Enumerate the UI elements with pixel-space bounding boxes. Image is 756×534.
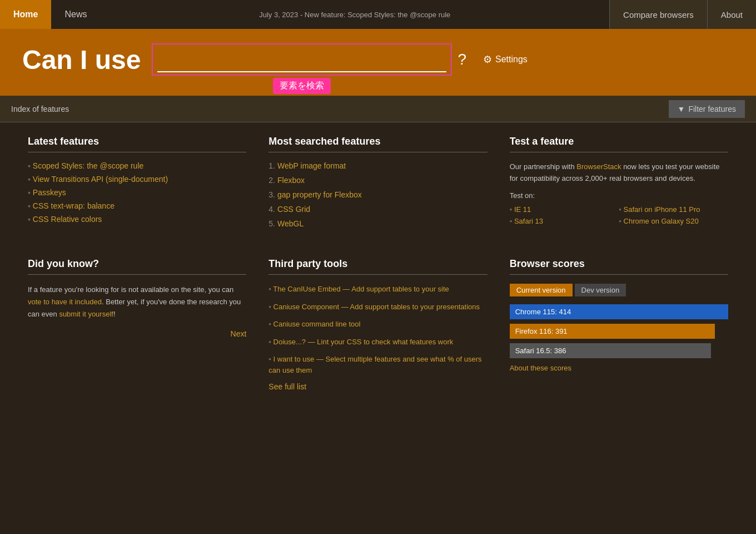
tool-2[interactable]: Caniuse Component — Add support tables t… xyxy=(268,301,487,313)
test-feature-section: Test a feature Our partnership with Brow… xyxy=(499,136,739,245)
index-bar: Index of features ▼ Filter features xyxy=(0,96,756,122)
filter-button[interactable]: ▼ Filter features xyxy=(669,100,745,118)
most-searched-4[interactable]: CSS Grid xyxy=(277,205,310,214)
tab-dev-version[interactable]: Dev version xyxy=(575,284,626,296)
test-safari-iphone[interactable]: Safari on iPhone 11 Pro xyxy=(619,205,728,214)
third-party-title: Third party tools xyxy=(268,258,487,270)
chrome-score-bar: Chrome 115: 414 xyxy=(510,304,728,319)
search-box-wrapper xyxy=(152,43,452,76)
browserstack-link[interactable]: BrowserStack xyxy=(576,162,621,171)
nav-right: Compare browsers About xyxy=(609,0,756,29)
navbar: Home News July 3, 2023 - New feature: Sc… xyxy=(0,0,756,29)
test-feature-desc: Our partnership with BrowserStack now le… xyxy=(510,161,728,185)
firefox-score-bar: Firefox 116: 391 xyxy=(510,324,715,339)
nav-home[interactable]: Home xyxy=(0,0,51,29)
score-tabs: Current version Dev version xyxy=(510,284,728,296)
list-item: 3.gap property for Flexbox xyxy=(268,190,487,199)
most-searched-3[interactable]: gap property for Flexbox xyxy=(277,190,362,199)
score-bar-chrome: Chrome 115: 414 xyxy=(510,304,728,319)
test-ie11[interactable]: IE 11 xyxy=(510,205,619,214)
next-button[interactable]: Next xyxy=(28,329,246,338)
most-searched-list: 1.WebP image format 2.Flexbox 3.gap prop… xyxy=(268,161,487,228)
list-item: 1.WebP image format xyxy=(268,161,487,170)
main-row2: Did you know? If a feature you're lookin… xyxy=(0,258,756,419)
score-bar-firefox: Firefox 116: 391 xyxy=(510,324,728,339)
test-links: IE 11 Safari on iPhone 11 Pro Safari 13 … xyxy=(510,205,728,225)
tool-1[interactable]: The CanIUse Embed — Add support tables t… xyxy=(268,284,487,295)
tool-5[interactable]: I want to use — Select multiple features… xyxy=(268,354,487,375)
safari-score-bar: Safari 16.5: 386 xyxy=(510,343,711,358)
nav-news[interactable]: News xyxy=(51,0,100,29)
tool-3[interactable]: Caniuse command line tool xyxy=(268,319,487,330)
announcement-text: July 3, 2023 - New feature: Scoped Style… xyxy=(259,11,450,19)
nav-about[interactable]: About xyxy=(707,0,756,29)
question-mark: ? xyxy=(457,51,466,68)
latest-item-3[interactable]: Passkeys xyxy=(28,188,246,197)
nav-compare[interactable]: Compare browsers xyxy=(609,0,707,29)
vote-link[interactable]: vote to have it included xyxy=(28,298,102,306)
most-searched-5[interactable]: WebGL xyxy=(277,219,304,228)
test-chrome-galaxy[interactable]: Chrome on Galaxy S20 xyxy=(619,217,728,225)
most-searched-title: Most searched features xyxy=(268,136,487,147)
tab-current-version[interactable]: Current version xyxy=(510,284,573,296)
test-safari13[interactable]: Safari 13 xyxy=(510,217,619,225)
tool-4[interactable]: Doiuse...? — Lint your CSS to check what… xyxy=(268,337,487,348)
browser-scores-section: Browser scores Current version Dev versi… xyxy=(499,258,739,402)
score-bar-safari: Safari 16.5: 386 xyxy=(510,343,728,358)
did-you-know-title: Did you know? xyxy=(28,258,246,270)
most-searched-section: Most searched features 1.WebP image form… xyxy=(257,136,498,245)
most-searched-1[interactable]: WebP image format xyxy=(277,161,346,170)
filter-icon: ▼ xyxy=(678,105,685,113)
filter-label: Filter features xyxy=(688,105,736,113)
search-tooltip: 要素を検索 xyxy=(273,78,331,94)
test-feature-title: Test a feature xyxy=(510,136,728,147)
nav-announcement: July 3, 2023 - New feature: Scoped Style… xyxy=(100,0,609,29)
gear-icon: ⚙ xyxy=(483,53,492,66)
list-item: 5.WebGL xyxy=(268,219,487,228)
settings-label: Settings xyxy=(495,55,528,65)
most-searched-2[interactable]: Flexbox xyxy=(277,176,305,185)
hero-section: Can I use 要素を検索 ? ⚙ Settings xyxy=(0,29,756,96)
third-party-section: Third party tools The CanIUse Embed — Ad… xyxy=(257,258,498,402)
browser-scores-title: Browser scores xyxy=(510,258,728,270)
see-full-list[interactable]: See full list xyxy=(268,382,487,391)
latest-features-section: Latest features Scoped Styles: the @scop… xyxy=(17,136,257,245)
list-item: 2.Flexbox xyxy=(268,176,487,185)
latest-item-5[interactable]: CSS Relative colors xyxy=(28,215,246,224)
submit-link[interactable]: submit it yourself xyxy=(59,310,113,318)
search-input[interactable] xyxy=(157,47,446,72)
latest-item-2[interactable]: View Transitions API (single-document) xyxy=(28,175,246,184)
about-scores-link[interactable]: About these scores xyxy=(510,364,728,372)
main-content: Latest features Scoped Styles: the @scop… xyxy=(0,122,756,258)
did-you-know-section: Did you know? If a feature you're lookin… xyxy=(17,258,257,402)
did-you-know-text: If a feature you're looking for is not a… xyxy=(28,284,246,320)
list-item: 4.CSS Grid xyxy=(268,205,487,214)
latest-item-4[interactable]: CSS text-wrap: balance xyxy=(28,201,246,210)
hero-title: Can I use xyxy=(22,44,141,75)
test-on-label: Test on: xyxy=(510,191,728,200)
latest-features-title: Latest features xyxy=(28,136,246,147)
latest-item-1[interactable]: Scoped Styles: the @scope rule xyxy=(28,161,246,170)
settings-button[interactable]: ⚙ Settings xyxy=(483,53,528,66)
index-label: Index of features xyxy=(11,105,669,113)
